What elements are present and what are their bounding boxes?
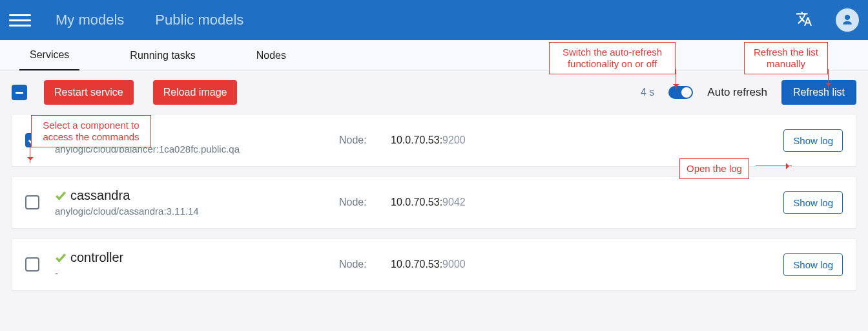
node-label: Node:: [339, 259, 391, 270]
user-avatar-icon[interactable]: [836, 8, 859, 32]
service-row: cassandra anylogic/cloud/cassandra:3.11.…: [12, 176, 856, 229]
auto-refresh-label: Auto refresh: [707, 86, 767, 99]
tab-running-tasks[interactable]: Running tasks: [119, 40, 205, 70]
tab-services[interactable]: Services: [19, 40, 79, 70]
node-address: 10.0.70.53:9042: [391, 197, 466, 208]
master-checkbox[interactable]: [12, 85, 27, 100]
refresh-list-button[interactable]: Refresh list: [781, 80, 856, 105]
service-image: -: [55, 268, 339, 279]
row-checkbox[interactable]: [25, 257, 39, 272]
node-address: 10.0.70.53:9200: [391, 134, 466, 146]
node-address: 10.0.70.53:9000: [391, 259, 466, 270]
node-label: Node:: [339, 134, 391, 146]
toolbar: Restart service Reload image 4 s Auto re…: [0, 71, 868, 114]
tab-nodes[interactable]: Nodes: [246, 40, 296, 70]
nav-my-models[interactable]: My models: [56, 12, 124, 28]
callout-open-log: Open the log: [679, 158, 749, 179]
service-name: controller: [70, 250, 123, 265]
callout-auto-refresh: Switch the auto-refresh functionality on…: [549, 42, 676, 74]
restart-service-button[interactable]: Restart service: [44, 80, 134, 105]
service-row: controller - Node: 10.0.70.53:9000 Show …: [12, 238, 856, 291]
nav-public-models[interactable]: Public models: [155, 12, 243, 28]
refresh-interval: 4 s: [641, 87, 654, 98]
tab-bar: Services Running tasks Nodes: [0, 40, 868, 71]
service-name: cassandra: [70, 188, 130, 203]
top-bar: My models Public models: [0, 0, 868, 40]
service-image: anylogic/cloud/cassandra:3.11.14: [55, 206, 339, 217]
menu-icon[interactable]: [9, 9, 31, 31]
show-log-button[interactable]: Show log: [783, 129, 843, 152]
callout-select: Select a component to access the command…: [31, 115, 151, 147]
callout-refresh: Refresh the list manually: [744, 42, 828, 74]
translate-icon[interactable]: [796, 10, 812, 30]
show-log-button[interactable]: Show log: [783, 191, 843, 214]
row-checkbox[interactable]: [25, 195, 39, 209]
show-log-button[interactable]: Show log: [783, 253, 843, 276]
check-icon: [55, 190, 67, 202]
check-icon: [55, 252, 67, 264]
node-label: Node:: [339, 197, 391, 208]
reload-image-button[interactable]: Reload image: [153, 80, 238, 105]
